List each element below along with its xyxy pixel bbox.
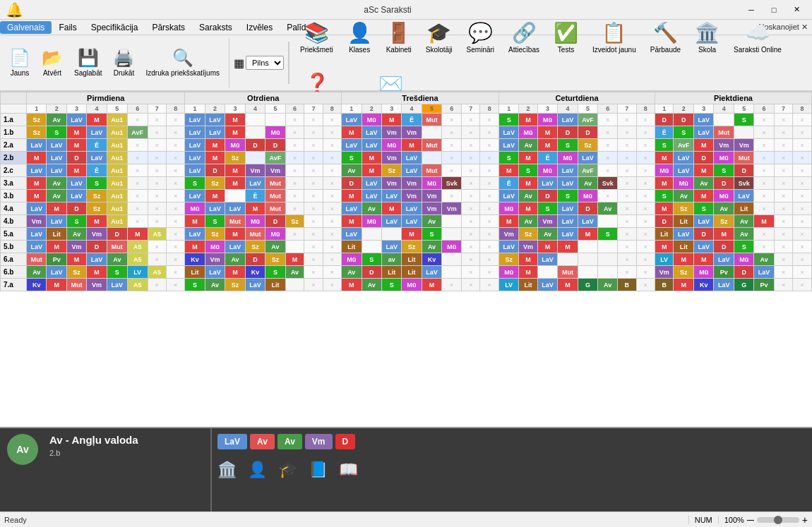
schedule-cell[interactable]: LaV	[185, 152, 205, 164]
schedule-cell[interactable]: D	[714, 177, 734, 190]
zoom-slider[interactable]	[757, 517, 799, 523]
cell-empty[interactable]: ×	[166, 279, 184, 291]
schedule-cell[interactable]: Av	[537, 228, 557, 241]
schedule-cell[interactable]: Av	[714, 202, 734, 215]
schedule-cell[interactable]: M	[694, 139, 714, 152]
cell-empty[interactable]: ×	[462, 202, 480, 215]
schedule-cell[interactable]: LaV	[694, 126, 714, 139]
schedule-cell[interactable]: S	[185, 279, 205, 291]
schedule-cell[interactable]: M	[185, 241, 205, 253]
cell-empty[interactable]: ×	[442, 279, 462, 291]
schedule-cell[interactable]: Mut	[107, 241, 127, 253]
zoom-in-button[interactable]: +	[802, 514, 808, 526]
schedule-cell[interactable]: M	[66, 126, 86, 139]
cell-empty[interactable]: ×	[480, 164, 498, 177]
schedule-cell[interactable]: Mut	[265, 190, 286, 202]
cell-empty[interactable]: ×	[148, 177, 166, 190]
schedule-cell[interactable]: M	[558, 279, 578, 291]
schedule-cell[interactable]: S	[66, 215, 86, 228]
schedule-cell[interactable]: LaV	[245, 279, 265, 291]
schedule-cell[interactable]: M	[47, 279, 66, 291]
cell-empty[interactable]: ×	[793, 215, 812, 228]
schedule-cell[interactable]: Mū	[578, 190, 598, 202]
schedule-cell[interactable]: Vm	[734, 139, 753, 152]
cell-empty[interactable]: ×	[598, 152, 618, 164]
schedule-cell[interactable]: LaV	[27, 164, 47, 177]
schedule-cell[interactable]: Av	[578, 177, 598, 190]
cell-empty[interactable]: ×	[323, 139, 341, 152]
cell-empty[interactable]: ×	[323, 266, 341, 279]
schedule-cell[interactable]: D	[734, 266, 753, 279]
schedule-cell[interactable]: LaV	[537, 253, 557, 266]
schedule-cell[interactable]: Lit	[655, 228, 673, 241]
schedule-cell[interactable]: Mut	[422, 114, 441, 126]
schedule-cell[interactable]: LaV	[66, 177, 86, 190]
cell-empty[interactable]: ×	[636, 152, 655, 164]
schedule-cell[interactable]: LV	[498, 279, 518, 291]
cell-empty[interactable]	[578, 266, 598, 279]
cell-empty[interactable]: ×	[480, 266, 498, 279]
schedule-cell[interactable]: LaV	[87, 253, 107, 266]
table-row[interactable]: 2.bMLaVDLaVAu1×××LaVMSzAvF×××SMVmLaV×××S…	[1, 152, 812, 164]
schedule-cell[interactable]: Av	[422, 215, 441, 228]
schedule-cell[interactable]: Lit	[265, 279, 286, 291]
schedule-cell[interactable]: Vm	[498, 228, 518, 241]
schedule-cell[interactable]: LaV	[558, 202, 578, 215]
cell-empty[interactable]: ×	[285, 190, 304, 202]
view-dropdown[interactable]: ▦ Pilns	[234, 56, 284, 70]
table-row[interactable]: 7.aKvMMutVmLaVA5××SAvSzLaVLit××MAvSMūM××…	[1, 279, 812, 291]
schedule-cell[interactable]: LaV	[498, 190, 518, 202]
teachers-button[interactable]: 🎓 Skolotāji	[419, 13, 459, 62]
cell-empty[interactable]	[225, 190, 245, 202]
cell-empty[interactable]: ×	[618, 114, 636, 126]
schedule-cell[interactable]: S	[87, 177, 107, 190]
cell-empty[interactable]	[442, 228, 462, 241]
schedule-cell[interactable]: LaV	[422, 266, 441, 279]
cell-empty[interactable]	[578, 241, 598, 253]
schedule-cell[interactable]: S	[694, 202, 714, 215]
chip-av1[interactable]: Av	[250, 434, 275, 449]
book-bottom-icon[interactable]: 📘	[309, 461, 328, 479]
cell-empty[interactable]: ×	[480, 126, 498, 139]
schedule-cell[interactable]: Sz	[225, 279, 245, 291]
table-row[interactable]: 6.bAvLaVSzMSLVA5×LitLaVMKvSAv××AvDLitLit…	[1, 266, 812, 279]
schedule-cell[interactable]: Vm	[205, 253, 225, 266]
cell-empty[interactable]: ×	[304, 279, 323, 291]
schedule-cell[interactable]: LaV	[205, 266, 225, 279]
menu-saraksts[interactable]: Saraksts	[192, 21, 239, 34]
schedule-cell[interactable]: M	[362, 164, 381, 177]
schedule-cell[interactable]: M	[47, 202, 66, 215]
cell-empty[interactable]: ×	[148, 114, 166, 126]
schedule-cell[interactable]: A5	[127, 241, 148, 253]
cell-empty[interactable]	[598, 215, 618, 228]
schedule-cell[interactable]: G	[578, 279, 598, 291]
schedule-cell[interactable]: Pv	[47, 253, 66, 266]
schedule-cell[interactable]: Sz	[205, 177, 225, 190]
schedule-cell[interactable]: AvF	[578, 164, 598, 177]
cell-empty[interactable]: ×	[166, 253, 184, 266]
cell-empty[interactable]: ×	[754, 202, 774, 215]
schedule-cell[interactable]: M	[498, 164, 518, 177]
schedule-cell[interactable]: Ē	[655, 126, 673, 139]
schedule-cell[interactable]: S	[498, 152, 518, 164]
cell-empty[interactable]: ×	[618, 228, 636, 241]
table-row[interactable]: 2.cLaVLaVMĒAu1×××LaVDMVmVm×××AvMSzLaVMut…	[1, 164, 812, 177]
schedule-cell[interactable]: Av	[519, 139, 537, 152]
schedule-cell[interactable]: M	[362, 152, 381, 164]
person-bottom-icon[interactable]: 👤	[248, 461, 267, 479]
schedule-cell[interactable]: M	[655, 177, 673, 190]
chip-vm[interactable]: Vm	[305, 434, 333, 449]
table-row[interactable]: 2.aLaVLaVMĒAu1×××LaVMMūDD×××LaVLaVMūMMut…	[1, 139, 812, 152]
schedule-cell[interactable]: LaV	[342, 202, 362, 215]
schedule-cell[interactable]: Svk	[442, 177, 462, 190]
cell-empty[interactable]: ×	[442, 126, 462, 139]
schedule-cell[interactable]: D	[734, 164, 753, 177]
cell-empty[interactable]: ×	[127, 139, 148, 152]
save-button[interactable]: 💾 Saglabāt	[69, 38, 107, 87]
schedule-cell[interactable]: Vm	[87, 279, 107, 291]
schedule-cell[interactable]: Av	[205, 279, 225, 291]
schedule-cell[interactable]: Mū	[381, 139, 401, 152]
schedule-cell[interactable]: Mū	[265, 126, 286, 139]
schedule-cell[interactable]: Lit	[674, 241, 694, 253]
schedule-cell[interactable]: AvF	[265, 152, 286, 164]
